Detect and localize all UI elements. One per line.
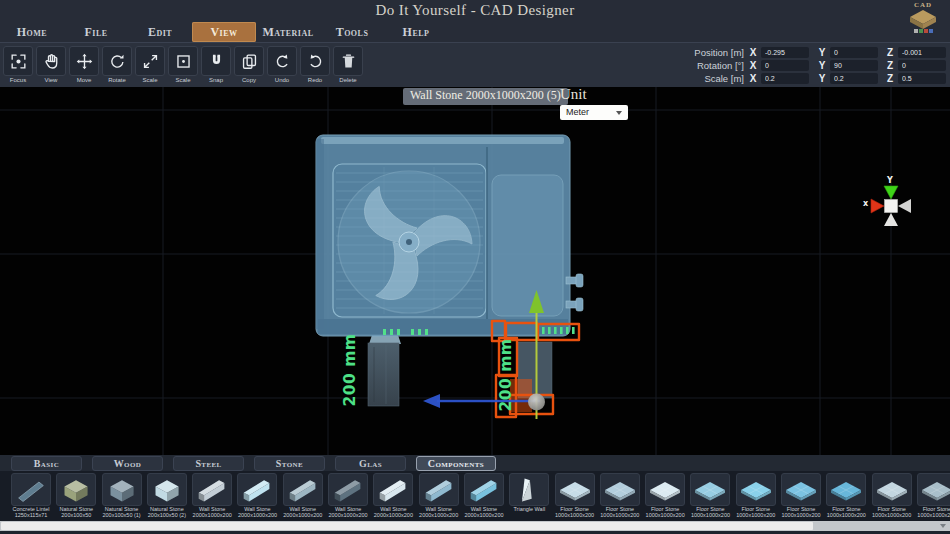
library-item-floor-stone-13[interactable]: Floor Stone1000x1000x200 xyxy=(600,473,640,521)
library-item-wall-stone-9[interactable]: Wall Stone2000x1000x200 xyxy=(419,473,459,521)
tab-components[interactable]: Components xyxy=(416,456,496,471)
viewport-canvas[interactable] xyxy=(0,87,950,455)
library-item-natural-stone-1[interactable]: Natural Stone200x100x50 xyxy=(56,473,96,521)
library-item-wall-stone-6[interactable]: Wall Stone2000x1000x200 xyxy=(283,473,323,521)
position-m-z-input[interactable] xyxy=(898,47,946,58)
menu-item-help[interactable]: Help xyxy=(384,22,448,42)
tab-wood[interactable]: Wood xyxy=(92,456,163,471)
library-item-wall-stone-5[interactable]: Wall Stone2000x1000x200 xyxy=(237,473,277,521)
scrollbar-thumb[interactable] xyxy=(1,522,813,530)
tab-steel[interactable]: Steel xyxy=(173,456,244,471)
rotation-z-input[interactable] xyxy=(898,60,946,71)
hand-icon xyxy=(36,46,66,76)
library-item-floor-stone-17[interactable]: Floor Stone1000x1000x200 xyxy=(781,473,821,521)
axis-label-y: Y xyxy=(818,47,826,58)
library-item-wall-stone-8[interactable]: Wall Stone2000x1000x200 xyxy=(373,473,413,521)
toolbar-button-label: Snap xyxy=(209,77,223,84)
toolbar-button-redo-9[interactable]: Redo xyxy=(300,46,330,84)
unit-dropdown[interactable]: Meter xyxy=(560,105,628,120)
library-item-floor-stone-12[interactable]: Floor Stone1000x1000x200 xyxy=(555,473,595,521)
wall-thumbnail-icon xyxy=(464,473,504,506)
position-m-x-input[interactable] xyxy=(761,47,809,58)
toolbar-button-delete-10[interactable]: Delete xyxy=(333,46,363,84)
wall-thumbnail-icon xyxy=(373,473,413,506)
orientation-gizmo[interactable]: Y x xyxy=(861,176,921,236)
library-item-triangle-wall-11[interactable]: Triangle Wall xyxy=(509,473,549,521)
toolbar-button-snap-6[interactable]: Snap xyxy=(201,46,231,84)
library-item-size: 2000x1000x200 xyxy=(283,512,322,518)
menu-item-view[interactable]: View xyxy=(192,22,256,42)
toolbar-button-scale-5[interactable]: Scale xyxy=(168,46,198,84)
library-item-size: 200x100x50 xyxy=(61,512,91,518)
library-item-floor-stone-20[interactable]: Floor Stone1000x1000x200 xyxy=(917,473,950,521)
transform-row-label: Position [m] xyxy=(680,47,744,58)
scale-m-x-input[interactable] xyxy=(761,73,809,84)
library-item-floor-stone-15[interactable]: Floor Stone1000x1000x200 xyxy=(690,473,730,521)
trash-icon xyxy=(333,46,363,76)
library-item-concrete-lintel-0[interactable]: Concrete Lintel1250x115x71 xyxy=(11,473,51,521)
wall-stone-pillar[interactable] xyxy=(368,335,401,406)
library-item-size: 1250x115x71 xyxy=(15,512,48,518)
selection-name-badge: Wall Stone 2000x1000x200 (5) xyxy=(403,88,568,105)
scrollbar-notch-icon xyxy=(940,524,946,528)
axis-label-x: X xyxy=(749,73,757,84)
transform-row-position-m: Position [m]XYZ xyxy=(680,46,946,58)
app-logo: CAD xyxy=(903,1,943,41)
floor-thumbnail-icon xyxy=(736,473,776,506)
toolbar-button-label: Rotate xyxy=(108,77,126,84)
menu-item-home[interactable]: Home xyxy=(0,22,64,42)
menu-item-edit[interactable]: Edit xyxy=(128,22,192,42)
scale-m-z-input[interactable] xyxy=(898,73,946,84)
toolbar-button-copy-7[interactable]: Copy xyxy=(234,46,264,84)
toolbar-button-label: Delete xyxy=(339,77,356,84)
ac-unit-model[interactable] xyxy=(316,135,583,336)
floor-thumbnail-icon xyxy=(600,473,640,506)
library-item-natural-stone-2[interactable]: Natural Stone200x100x50 (1) xyxy=(102,473,142,521)
rotation-y-input[interactable] xyxy=(830,60,878,71)
transform-origin-handle[interactable] xyxy=(528,394,545,411)
wall-thumbnail-icon xyxy=(419,473,459,506)
toolbar-button-label: Move xyxy=(77,77,92,84)
toolbar-button-undo-8[interactable]: Undo xyxy=(267,46,297,84)
dimension-label-left: 200 mm xyxy=(341,327,359,413)
library-scrollbar[interactable] xyxy=(0,521,950,531)
library-item-size: 1000x1000x200 xyxy=(646,512,685,518)
library-item-wall-stone-10[interactable]: Wall Stone2000x1000x200 xyxy=(464,473,504,521)
viewport[interactable]: 200 mm 200 mm Y x xyxy=(0,87,950,455)
tab-basic[interactable]: Basic xyxy=(11,456,82,471)
rotation-x-input[interactable] xyxy=(761,60,809,71)
toolbar-button-rotate-3[interactable]: Rotate xyxy=(102,46,132,84)
toolbar-button-view-1[interactable]: View xyxy=(36,46,66,84)
toolbar-button-scale-4[interactable]: Scale xyxy=(135,46,165,84)
library-item-floor-stone-14[interactable]: Floor Stone1000x1000x200 xyxy=(645,473,685,521)
library-item-floor-stone-18[interactable]: Floor Stone1000x1000x200 xyxy=(826,473,866,521)
menu-item-material[interactable]: Material xyxy=(256,22,320,42)
library-item-wall-stone-4[interactable]: Wall Stone2000x1000x200 xyxy=(192,473,232,521)
floor-thumbnail-icon xyxy=(781,473,821,506)
scale-m-y-input[interactable] xyxy=(830,73,878,84)
logo-text: CAD xyxy=(903,1,943,9)
copy-icon xyxy=(234,46,264,76)
menu-item-tools[interactable]: Tools xyxy=(320,22,384,42)
library-item-floor-stone-16[interactable]: Floor Stone1000x1000x200 xyxy=(736,473,776,521)
tab-stone[interactable]: Stone xyxy=(254,456,325,471)
tab-glas[interactable]: Glas xyxy=(335,456,406,471)
toolbar-button-focus-0[interactable]: Focus xyxy=(3,46,33,84)
library-item-size: 2000x1000x200 xyxy=(419,512,458,518)
position-m-y-input[interactable] xyxy=(830,47,878,58)
library-item-natural-stone-3[interactable]: Natural Stone200x100x50 (2) xyxy=(147,473,187,521)
gizmo-y-label: Y xyxy=(887,176,893,185)
library-item-wall-stone-7[interactable]: Wall Stone2000x1000x200 xyxy=(328,473,368,521)
material-library: BasicWoodSteelStoneGlasComponents Concre… xyxy=(0,455,950,534)
floor-thumbnail-icon xyxy=(917,473,950,506)
select-scale-icon xyxy=(168,46,198,76)
snap-icon xyxy=(201,46,231,76)
floor-thumbnail-icon xyxy=(690,473,730,506)
toolbar-button-move-2[interactable]: Move xyxy=(69,46,99,84)
library-item-size: 2000x1000x200 xyxy=(238,512,277,518)
menu-bar: HomeFileEditViewMaterialToolsHelp xyxy=(0,22,448,42)
menu-item-file[interactable]: File xyxy=(64,22,128,42)
toolbar-button-label: Scale xyxy=(175,77,190,84)
dimension-label-right: 200 mm xyxy=(497,332,515,418)
library-item-floor-stone-19[interactable]: Floor Stone1000x1000x200 xyxy=(872,473,912,521)
